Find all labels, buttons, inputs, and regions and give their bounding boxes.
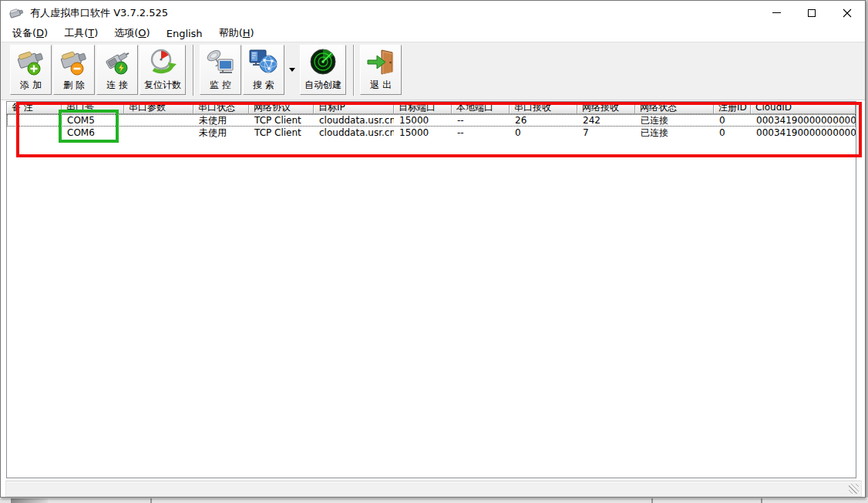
auto-create-radar-icon — [308, 47, 338, 78]
cell-register-id: 0 — [714, 127, 751, 139]
delete-port-button[interactable]: 删 除 — [53, 45, 95, 95]
window-title: 有人虚拟串口软件 V3.7.2.525 — [30, 6, 168, 20]
background-shadow-segment — [11, 498, 48, 503]
toolbar-button-label: 复位计数 — [144, 79, 181, 90]
maximize-icon — [808, 9, 816, 17]
cell-serial-rx: 26 — [510, 114, 577, 127]
background-divider — [150, 498, 152, 503]
toolbar: 添 加 删 除 — [1, 42, 865, 100]
toolbar-button-label: 删 除 — [63, 79, 85, 90]
cell-target-port: 15000 — [394, 127, 452, 139]
list-header: 备 注 串口号 串口参数 串口状态 网络协议 目标IP 目标端口 本地端口 串口… — [7, 102, 856, 114]
column-header-cloud-id[interactable]: CloudID — [751, 102, 856, 114]
cell-target-ip: clouddata.usr.cn — [314, 114, 394, 127]
menu-item-help[interactable]: 帮助(H) — [217, 25, 257, 42]
monitor-button[interactable]: 监 控 — [200, 45, 241, 95]
cell-local-port: -- — [452, 127, 510, 139]
window-controls — [759, 1, 865, 25]
cell-port-status: 未使用 — [193, 127, 249, 139]
background-window-edge — [0, 498, 868, 503]
background-divider — [651, 498, 653, 503]
cell-port-params — [124, 114, 193, 127]
app-window: 有人虚拟串口软件 V3.7.2.525 设备(D) 工具(T) 选项(O) En… — [0, 0, 866, 498]
table-row-com6[interactable]: COM6 未使用 TCP Client clouddata.usr.cn 150… — [7, 127, 856, 139]
cell-network-rx: 242 — [577, 114, 635, 127]
column-header-network-rx[interactable]: 网络接收 — [577, 102, 635, 114]
add-port-button[interactable]: 添 加 — [10, 45, 52, 95]
close-button[interactable] — [829, 1, 865, 25]
auto-create-button[interactable]: 自动创建 — [300, 45, 346, 95]
column-header-register-id[interactable]: 注册ID — [714, 102, 751, 114]
cell-protocol: TCP Client — [249, 114, 314, 127]
cell-target-ip: clouddata.usr.cn — [314, 127, 394, 139]
toolbar-button-label: 自动创建 — [304, 79, 341, 90]
status-bar — [5, 481, 862, 497]
serial-add-icon — [15, 47, 46, 78]
cell-target-port: 15000 — [394, 114, 452, 127]
table-row-com5[interactable]: COM5 未使用 TCP Client clouddata.usr.cn 150… — [7, 114, 856, 127]
search-dropdown-button[interactable] — [286, 45, 298, 95]
column-header-protocol[interactable]: 网络协议 — [249, 102, 314, 114]
column-header-net-status[interactable]: 网络状态 — [635, 102, 714, 114]
cell-com-port: COM5 — [62, 114, 124, 127]
column-header-target-ip[interactable]: 目标IP — [314, 102, 394, 114]
toolbar-button-label: 监 控 — [210, 79, 231, 90]
cell-port-params — [124, 127, 193, 139]
monitor-icon — [205, 47, 236, 78]
column-header-serial-rx[interactable]: 串口接收 — [510, 102, 577, 114]
background-divider — [761, 498, 762, 503]
cell-cloud-id: 00034190000000000004 — [751, 114, 856, 127]
cell-network-rx: 7 — [577, 127, 635, 139]
search-network-icon — [248, 47, 279, 78]
resize-grip[interactable] — [849, 484, 859, 494]
column-header-target-port[interactable]: 目标端口 — [394, 102, 452, 114]
cell-remark — [7, 127, 62, 139]
cell-register-id: 0 — [714, 114, 751, 127]
search-button[interactable]: 搜 索 — [243, 45, 284, 95]
toolbar-separator — [193, 45, 194, 96]
connect-button[interactable]: 连 接 — [96, 45, 138, 95]
serial-connect-icon — [102, 47, 133, 78]
column-header-local-port[interactable]: 本地端口 — [452, 102, 510, 114]
chevron-down-icon — [289, 68, 295, 72]
toolbar-button-label: 连 接 — [106, 79, 128, 90]
cell-port-status: 未使用 — [193, 114, 249, 127]
menu-item-device[interactable]: 设备(D) — [10, 25, 50, 42]
cell-remark — [7, 114, 62, 127]
cell-cloud-id: 00034190000000000005 — [751, 127, 856, 139]
port-list-panel: 备 注 串口号 串口参数 串口状态 网络协议 目标IP 目标端口 本地端口 串口… — [6, 101, 856, 478]
column-header-port-params[interactable]: 串口参数 — [124, 102, 193, 114]
exit-door-icon — [365, 47, 396, 78]
cell-com-port: COM6 — [62, 127, 124, 139]
cell-net-status: 已连接 — [635, 114, 714, 127]
menu-item-english[interactable]: English — [164, 26, 205, 41]
cell-local-port: -- — [452, 114, 510, 127]
menu-item-tools[interactable]: 工具(T) — [62, 25, 100, 42]
close-icon — [843, 8, 852, 18]
cell-net-status: 已连接 — [635, 127, 714, 139]
cell-serial-rx: 0 — [510, 127, 577, 139]
menu-item-options[interactable]: 选项(O) — [112, 25, 152, 42]
toolbar-button-label: 退 出 — [370, 79, 392, 90]
app-logo-icon — [8, 7, 24, 19]
column-header-remark[interactable]: 备 注 — [7, 102, 62, 114]
maximize-button[interactable] — [794, 1, 829, 25]
toolbar-button-label: 添 加 — [20, 79, 42, 90]
reset-counter-icon — [147, 47, 178, 78]
exit-button[interactable]: 退 出 — [360, 45, 402, 95]
menu-bar: 设备(D) 工具(T) 选项(O) English 帮助(H) — [1, 25, 865, 42]
column-header-port-status[interactable]: 串口状态 — [193, 102, 249, 114]
title-bar: 有人虚拟串口软件 V3.7.2.525 — [1, 1, 865, 25]
column-header-com-port[interactable]: 串口号 — [62, 102, 124, 114]
minimize-button[interactable] — [759, 1, 794, 25]
toolbar-separator — [353, 45, 355, 96]
cell-protocol: TCP Client — [249, 127, 314, 139]
reset-counter-button[interactable]: 复位计数 — [140, 45, 186, 95]
minimize-icon — [772, 12, 781, 13]
toolbar-button-label: 搜 索 — [253, 79, 274, 90]
serial-remove-icon — [59, 47, 89, 78]
